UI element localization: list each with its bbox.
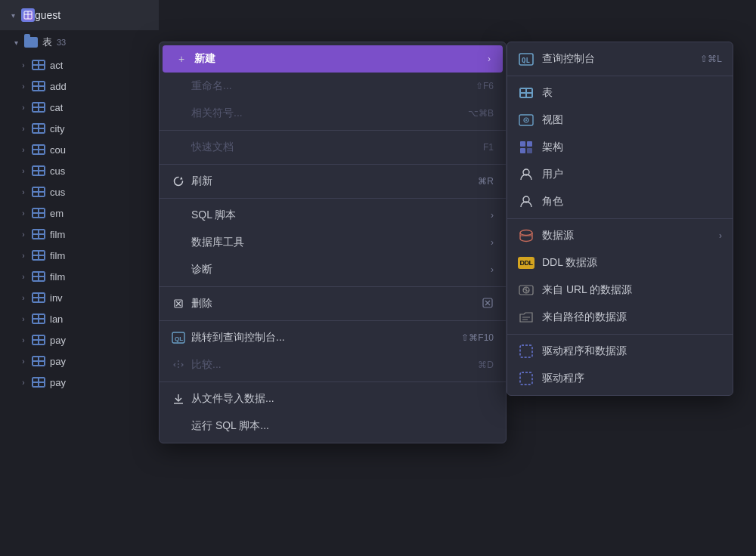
menu-shortcut: ⌥⌘B [468, 108, 494, 119]
table-icon [32, 187, 45, 197]
sub-menu-item-label: 表 [542, 86, 722, 100]
table-name: cus [50, 187, 65, 198]
table-icon [32, 81, 45, 91]
menu-item-diagnose[interactable]: 诊断 › [160, 256, 506, 283]
table-row[interactable]: › pay [0, 351, 159, 372]
menu-divider [160, 286, 506, 287]
table-row[interactable]: › act [0, 54, 159, 76]
sub-menu-item-schema[interactable]: 架构 [507, 134, 733, 161]
sub-menu-item-driver[interactable]: 驱动程序 [507, 365, 733, 392]
menu-item-compare[interactable]: 比较... ⌘D [160, 351, 506, 378]
quickdoc-icon [172, 141, 185, 154]
table-icon [32, 356, 45, 366]
menu-item-label: 刷新 [191, 175, 478, 188]
menu-item-quickdoc[interactable]: 快速文档 F1 [160, 134, 506, 161]
table-name: add [50, 81, 67, 92]
menu-item-rename[interactable]: 重命名... ⇧F6 [160, 73, 506, 100]
sub-menu-item-label: 角色 [542, 195, 722, 208]
menu-shortcut [482, 297, 494, 311]
menu-item-import-file[interactable]: 从文件导入数据... [160, 385, 506, 412]
compare-icon [172, 358, 185, 372]
sub-menu-item-url-datasource[interactable]: 来自 URL 的数据源 [507, 276, 733, 304]
table-icon [32, 292, 45, 303]
table-row[interactable]: › city [0, 118, 159, 139]
table-row[interactable]: › cus [0, 181, 159, 202]
driver-datasource-icon [518, 343, 534, 360]
table-icon [32, 271, 45, 282]
table-row[interactable]: › add [0, 76, 159, 97]
menu-item-label: 比较... [191, 358, 478, 372]
svg-rect-19 [520, 141, 525, 147]
user-icon [518, 166, 534, 183]
menu-item-label: 数据库工具 [191, 236, 485, 249]
tree-chevron-icon: › [18, 335, 29, 345]
table-row[interactable]: › film [0, 245, 159, 266]
sub-menu-item-role[interactable]: 角色 [507, 188, 733, 215]
ddl-icon: DDL [518, 255, 534, 271]
sub-menu-item-user[interactable]: 用户 [507, 161, 733, 188]
table-name: cat [50, 102, 63, 113]
table-name: pay [50, 356, 66, 367]
table-row[interactable]: › pay [0, 329, 159, 351]
tables-section[interactable]: ▾ 表 33 [0, 30, 159, 54]
sub-menu-item-datasource[interactable]: 数据源 › [507, 222, 733, 249]
menu-item-delete[interactable]: 删除 [160, 290, 506, 317]
sub-menu-item-label: 来自 URL 的数据源 [542, 283, 722, 297]
sql-script-icon [172, 208, 185, 222]
table-row[interactable]: › em [0, 202, 159, 224]
sub-menu-divider [507, 334, 733, 335]
menu-item-label: 诊断 [191, 263, 485, 276]
table-row[interactable]: › film [0, 266, 159, 287]
menu-item-correlate[interactable]: 相关符号... ⌥⌘B [160, 100, 506, 127]
plus-icon: + [175, 52, 188, 66]
sub-menu-item-label: 视图 [542, 113, 722, 127]
tree-chevron-icon: › [18, 271, 29, 282]
sub-menu-item-table[interactable]: 表 [507, 79, 733, 107]
menu-item-sql-script[interactable]: SQL 脚本 › [160, 202, 506, 229]
svg-rect-21 [520, 148, 525, 153]
menu-item-goto-console[interactable]: QL 跳转到查询控制台... ⇧⌘F10 [160, 324, 506, 351]
sub-menu-item-ddl[interactable]: DDL DDL 数据源 [507, 249, 733, 276]
sub-menu-divider [507, 218, 733, 219]
table-name: em [50, 208, 64, 219]
table-row[interactable]: › cat [0, 97, 159, 118]
rename-icon [172, 79, 185, 93]
sub-menu-item-path-datasource[interactable]: 来自路径的数据源 [507, 304, 733, 331]
svg-rect-32 [520, 345, 532, 357]
sub-menu-item-label: 来自路径的数据源 [542, 310, 722, 324]
menu-item-new[interactable]: + 新建 › [163, 45, 503, 73]
table-row[interactable]: › cou [0, 139, 159, 160]
url-datasource-icon [518, 282, 534, 298]
sub-menu-divider [507, 76, 733, 76]
menu-item-refresh[interactable]: 刷新 ⌘R [160, 168, 506, 195]
table-icon [32, 314, 45, 324]
table-icon [32, 102, 45, 113]
table-icon [32, 208, 45, 218]
sub-menu-item-label: 驱动程序和数据源 [542, 344, 722, 358]
sub-menu-item-label: 数据源 [542, 229, 719, 242]
table-row[interactable]: › pay [0, 372, 159, 393]
submenu-arrow-icon: › [491, 237, 494, 248]
submenu-arrow-icon: › [488, 54, 491, 64]
sub-menu-item-query-console[interactable]: QL 查询控制台 ⇧⌘L [507, 45, 733, 73]
table-icon [32, 229, 45, 239]
tree-chevron-icon: › [18, 377, 29, 388]
table-name: inv [50, 292, 63, 304]
menu-shortcut: ⌘D [478, 360, 494, 370]
path-datasource-icon [518, 309, 534, 326]
collapse-icon[interactable]: ▾ [8, 10, 18, 20]
table-row[interactable]: › inv [0, 287, 159, 308]
menu-divider [160, 320, 506, 321]
sidebar-header: ▾ guest [0, 0, 159, 30]
table-row[interactable]: › lan [0, 308, 159, 329]
sub-menu-item-driver-datasource[interactable]: 驱动程序和数据源 [507, 338, 733, 365]
sub-menu-item-view[interactable]: 视图 [507, 107, 733, 134]
menu-item-run-sql[interactable]: 运行 SQL 脚本... [160, 412, 506, 440]
table-row[interactable]: › film [0, 224, 159, 245]
table-icon [32, 123, 45, 134]
import-icon [172, 392, 185, 406]
table-row[interactable]: › cus [0, 160, 159, 181]
menu-item-db-tools[interactable]: 数据库工具 › [160, 229, 506, 256]
menu-divider [160, 381, 506, 382]
tree-chevron-icon: › [18, 314, 29, 324]
